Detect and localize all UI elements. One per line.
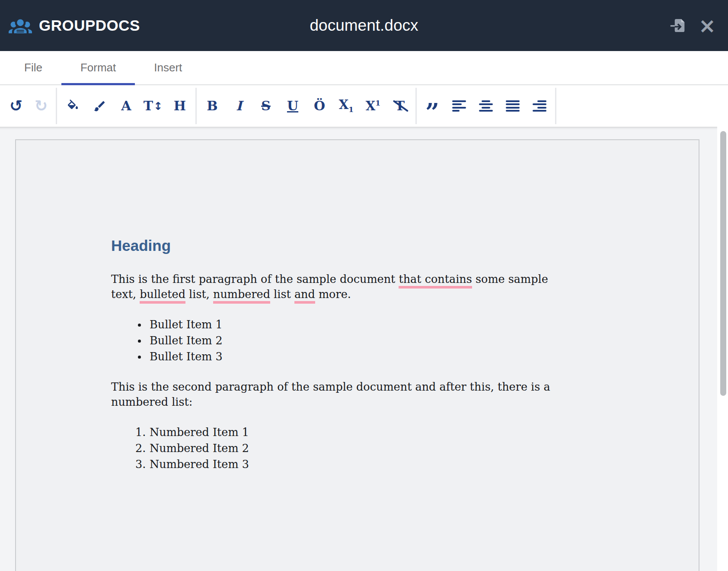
align-center-icon <box>479 100 493 112</box>
font-size-arrows-icon: ↕ <box>153 100 163 112</box>
list-item: Bullet Item 2 <box>111 333 552 349</box>
strikethrough-button[interactable]: S <box>252 93 279 119</box>
groupdocs-logo-icon <box>9 14 32 37</box>
scrollbar-thumb[interactable] <box>720 131 726 396</box>
text-run: This is the first paragraph of the sampl… <box>111 273 399 286</box>
italic-button[interactable]: I <box>226 93 252 119</box>
bold-button[interactable]: B <box>199 93 226 119</box>
align-justify-icon <box>506 100 520 112</box>
brand-name: GROUPDOCS <box>39 17 140 34</box>
subscript-icon: X1 <box>339 99 354 113</box>
toolbar-separator <box>195 88 197 124</box>
highlight-brush-button[interactable] <box>86 93 113 119</box>
marked-text: numbered <box>213 288 270 304</box>
font-color-button[interactable]: A <box>113 93 140 119</box>
list-item: Numbered Item 3 <box>111 456 552 472</box>
align-right-icon <box>533 100 546 112</box>
blockquote-button[interactable]: ” <box>419 93 446 119</box>
file-export-icon <box>670 17 687 34</box>
tab-format[interactable]: Format <box>61 51 135 84</box>
undo-button[interactable]: ↺ <box>3 93 29 119</box>
brush-icon <box>93 99 106 113</box>
document-viewer: Heading This is the first paragraph of t… <box>0 127 728 571</box>
close-button[interactable]: × <box>699 15 716 36</box>
marked-text: and <box>294 288 315 304</box>
text-run: more. <box>315 288 351 301</box>
fill-color-button[interactable] <box>59 93 86 119</box>
font-color-icon: A <box>121 99 131 112</box>
superscript-button[interactable]: X1 <box>360 93 386 119</box>
marked-text: bulleted <box>140 288 185 304</box>
heading-icon: H <box>174 99 186 112</box>
redo-icon: ↻ <box>35 98 48 114</box>
list-item: Bullet Item 3 <box>111 349 552 365</box>
marked-text: that contains <box>399 273 472 289</box>
align-left-button[interactable] <box>446 93 473 119</box>
redo-button[interactable]: ↻ <box>29 93 54 119</box>
doc-heading: Heading <box>111 236 552 256</box>
ribbon-tabbar: File Format Insert <box>0 51 728 85</box>
undo-icon: ↺ <box>10 98 22 114</box>
toolbar-separator <box>415 88 417 124</box>
export-document-button[interactable] <box>670 17 687 34</box>
vertical-scrollbar[interactable] <box>717 127 728 571</box>
strikethrough-icon: S <box>261 99 271 112</box>
app-window: { "header": { "brand": "GROUPDOCS", "tit… <box>0 0 728 571</box>
brand: GROUPDOCS <box>0 14 140 37</box>
bullet-list: Bullet Item 1Bullet Item 2Bullet Item 3 <box>111 317 552 365</box>
tab-insert[interactable]: Insert <box>135 51 201 84</box>
toolbar-separator <box>56 88 57 124</box>
header-actions: × <box>670 15 728 36</box>
numbered-list: Numbered Item 1Numbered Item 2Numbered I… <box>111 424 552 472</box>
superscript-icon: X1 <box>366 99 380 112</box>
tab-file[interactable]: File <box>5 51 61 84</box>
list-item: Numbered Item 2 <box>111 440 552 456</box>
align-left-icon <box>452 100 466 112</box>
close-icon: × <box>699 15 716 36</box>
toolbar-separator <box>555 88 556 124</box>
text-run: list <box>270 288 294 301</box>
underline-icon: U <box>287 99 298 112</box>
diacritics-icon: Ö <box>314 99 325 112</box>
document-content: Heading This is the first paragraph of t… <box>111 236 552 472</box>
doc-paragraph-1: This is the first paragraph of the sampl… <box>111 272 552 302</box>
document-title: document.docx <box>310 16 418 35</box>
doc-paragraph-2: This is the second paragraph of the samp… <box>111 379 552 410</box>
app-header: GROUPDOCS document.docx × <box>0 0 728 51</box>
text-run: list, <box>185 288 213 301</box>
diacritics-button[interactable]: Ö <box>306 93 333 119</box>
align-center-button[interactable] <box>473 93 499 119</box>
heading-style-button[interactable]: H <box>166 93 193 119</box>
italic-icon: I <box>236 99 242 112</box>
font-size-button[interactable]: T ↕ <box>140 93 166 119</box>
document-page[interactable]: Heading This is the first paragraph of t… <box>15 139 699 571</box>
list-item: Bullet Item 1 <box>111 317 552 333</box>
align-justify-button[interactable] <box>499 93 526 119</box>
list-item: Numbered Item 1 <box>111 424 552 440</box>
fill-color-icon <box>66 99 80 113</box>
format-toolbar: ↺ ↻ A T ↕ H B I S U Ö X1 X1 <box>0 85 728 127</box>
underline-button[interactable]: U <box>279 93 306 119</box>
bold-icon: B <box>207 99 217 112</box>
font-size-icon: T <box>144 99 153 112</box>
subscript-button[interactable]: X1 <box>333 93 360 119</box>
align-right-button[interactable] <box>526 93 553 119</box>
clear-formatting-button[interactable]: T <box>386 93 413 119</box>
